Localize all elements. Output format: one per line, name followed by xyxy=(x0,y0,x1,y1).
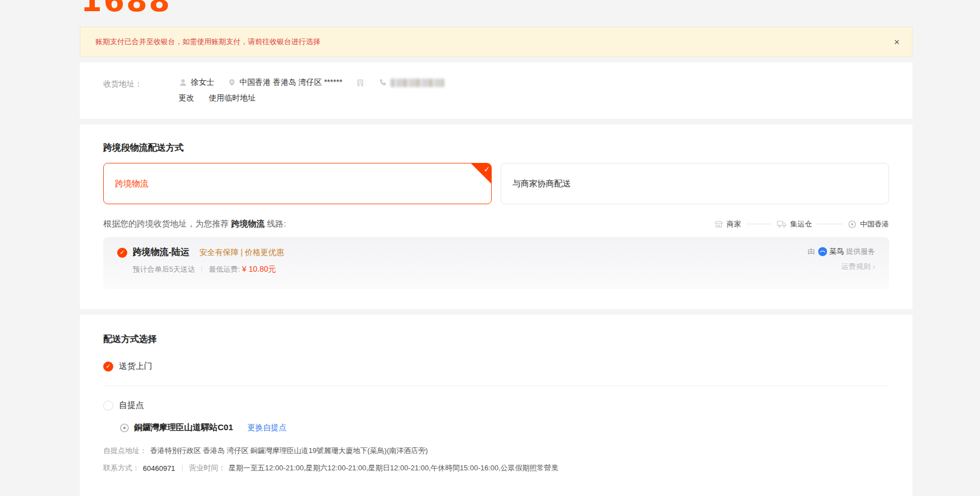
building-icon xyxy=(356,78,365,88)
delivery-method-card: 配送方式选择 ✓ 送货上门 自提点 銅鑼灣摩理臣山道驛站C01 更换自提点 自提… xyxy=(80,315,912,496)
recipient-name: 徐女士 xyxy=(191,78,214,88)
truck-icon xyxy=(777,220,787,228)
option-home-delivery[interactable]: ✓ 送货上门 xyxy=(103,361,889,372)
change-pickup-link[interactable]: 更换自提点 xyxy=(248,423,287,433)
close-icon[interactable]: × xyxy=(891,35,903,49)
tab-label: 跨境物流 xyxy=(115,179,148,189)
payment-notice-banner: 账期支付已合并至收银台，如需使用账期支付，请前往收银台进行选择 × xyxy=(80,27,912,57)
site-header: 1688 xyxy=(80,0,912,15)
journey-merchant-label: 商家 xyxy=(727,219,741,229)
recipient-location: 中国香港 香港岛 湾仔区 ****** xyxy=(239,78,342,88)
route-eta: 预计合单后5天送达 xyxy=(133,264,195,275)
pickup-station-name: 銅鑼灣摩理臣山道驛站C01 xyxy=(134,422,233,433)
phone-icon xyxy=(378,78,387,87)
change-address-link[interactable]: 更改 xyxy=(179,93,194,103)
page-container: 1688 账期支付已合并至收银台，如需使用账期支付，请前往收银台进行选择 × 收… xyxy=(80,0,912,496)
cainiao-logo xyxy=(818,247,827,256)
logistics-route-card[interactable]: ✓ 跨境物流-陆运 安全有保障 | 价格更优惠 预计合单后5天送达 最低运费: … xyxy=(103,237,889,289)
route-name: 跨境物流-陆运 xyxy=(133,247,189,258)
divider xyxy=(182,465,182,471)
contact-value: 60460971 xyxy=(143,464,175,473)
notice-text: 账期支付已合并至收银台，如需使用账期支付，请前往收银台进行选择 xyxy=(95,37,320,47)
address-label: 收货地址： xyxy=(103,78,179,103)
recommendation-text: 根据您的跨境收货地址，为您推荐 跨境物流 线路: xyxy=(103,219,286,229)
route-info: ✓ 跨境物流-陆运 安全有保障 | 价格更优惠 预计合单后5天送达 最低运费: … xyxy=(117,247,284,280)
journey-connector xyxy=(818,224,842,224)
logo-1688[interactable]: 1688 xyxy=(81,0,171,15)
option-label: 自提点 xyxy=(119,400,144,411)
shipping-address-card: 收货地址： 徐女士 中国香港 香港岛 湾仔区 ****** xyxy=(80,62,912,119)
hours-value: 星期一至五12:00-21:00,星期六12:00-21:00,星期日12:00… xyxy=(229,463,559,473)
crossborder-logistics-card: 跨境段物流配送方式 跨境物流 ✓ 与商家协商配送 根据您的跨境收货地址，为您推荐… xyxy=(80,124,912,309)
person-icon xyxy=(179,78,188,87)
address-content: 徐女士 中国香港 香港岛 湾仔区 ****** 更改 使用临时地址 xyxy=(179,78,444,103)
pin-icon xyxy=(848,220,857,229)
divider xyxy=(201,266,202,273)
journey-warehouse-label: 集运仓 xyxy=(790,219,812,229)
shop-icon xyxy=(714,220,723,229)
station-pin-icon xyxy=(119,423,129,433)
route-fee-value: ¥ 10.80元 xyxy=(242,264,276,275)
route-slogan: 安全有保障 | 价格更优惠 xyxy=(199,248,284,258)
provider-name: 菜鸟 xyxy=(829,247,844,257)
contact-label: 联系方式： xyxy=(103,463,140,473)
hours-label: 营业时间： xyxy=(189,463,225,473)
radio-unselected-icon[interactable] xyxy=(103,401,113,411)
route-selected-check-icon: ✓ xyxy=(117,248,127,258)
chevron-right-icon: › xyxy=(873,262,875,271)
pickup-address-label: 自提点地址： xyxy=(103,446,147,456)
crossborder-section-title: 跨境段物流配送方式 xyxy=(103,142,889,154)
tab-crossborder-logistics[interactable]: 跨境物流 ✓ xyxy=(103,163,492,204)
divider xyxy=(103,386,889,386)
journey-destination-label: 中国香港 xyxy=(860,219,889,229)
journey-connector xyxy=(747,224,771,224)
selected-corner-checkmark-icon: ✓ xyxy=(471,163,491,184)
logistics-tabs: 跨境物流 ✓ 与商家协商配送 xyxy=(103,163,889,204)
temporary-address-link[interactable]: 使用临时地址 xyxy=(209,93,256,103)
pickup-address-value: 香港特別行政区 香港岛 湾仔区 銅鑼灣摩理臣山道19號麗珊大廈地下(菜鳥)(南洋… xyxy=(150,446,428,456)
phone-number-blurred xyxy=(391,79,444,87)
location-pin-icon xyxy=(228,78,236,87)
option-label: 送货上门 xyxy=(119,361,152,372)
route-fee-label: 最低运费: xyxy=(209,264,240,275)
shipping-journey-indicator: 商家 集运仓 中国香港 xyxy=(714,219,889,229)
provider-line: 由 菜鸟 提供服务 xyxy=(808,247,875,257)
radio-selected-icon[interactable]: ✓ xyxy=(103,362,113,372)
tab-merchant-negotiated-delivery[interactable]: 与商家协商配送 xyxy=(501,163,889,204)
option-pickup-point[interactable]: 自提点 xyxy=(103,400,889,411)
tab-label: 与商家协商配送 xyxy=(512,179,571,189)
delivery-section-title: 配送方式选择 xyxy=(103,334,889,345)
fee-rule-link[interactable]: 运费规则› xyxy=(808,262,875,272)
